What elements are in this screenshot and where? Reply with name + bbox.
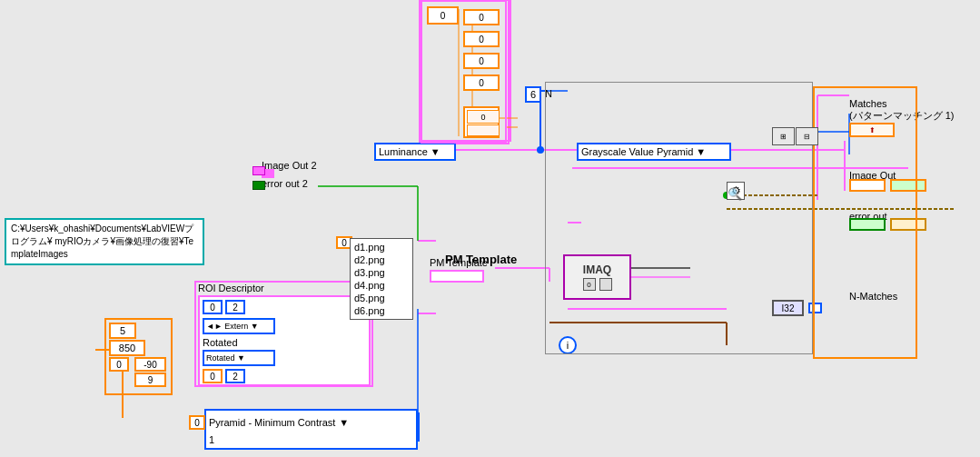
n-value-box: 6 [525,86,541,103]
img-box-0a: 0 [427,6,459,25]
image-out-2-label: Image Out 2 [262,160,317,171]
error-out-2-label: error out 2 [262,178,308,189]
svg-point-22 [537,146,544,154]
roi-num-0b[interactable]: 0 [203,369,223,383]
file-d1: d1.png [354,241,409,253]
top-image-stack: 0 0 0 0 0 0 [421,0,507,144]
file-path-text: C:¥Users¥k_ohashi¥Documents¥LabVIEWプログラム… [11,224,193,259]
roi-num-2a[interactable]: 2 [225,300,245,314]
rotated-label: Rotated [203,337,238,348]
pyramid-dropdown[interactable]: Pyramid - Minimum Contrast ▼ [209,412,413,432]
main-panel-border [545,82,813,354]
rotated-dropdown[interactable]: Rotated ▼ [203,350,275,366]
img-box-row2: 0 [463,31,500,47]
img-box-row3: 0 [463,53,500,69]
file-d2: d2.png [354,253,409,266]
pyramid-zero-indicator: 0 [189,415,205,430]
pyramid-dropdown-arrow: ▼ [339,417,349,428]
roi-num-2b[interactable]: 2 [225,369,245,383]
file-list-box: d1.png d2.png d3.png d4.png d5.png d6.pn… [350,238,413,320]
search-icon: 🔍 [727,185,743,202]
luminance-dropdown[interactable]: Luminance ▼ [374,143,456,161]
pm-template-connector [430,270,484,283]
pyramid-value: 1 [209,434,413,445]
file-d3: d3.png [354,266,409,279]
error-out-2-connector [252,181,265,190]
file-path-box: C:¥Users¥k_ohashi¥Documents¥LabVIEWプログラム… [5,218,204,265]
pyramid-dropdown-box: Pyramid - Minimum Contrast ▼ 1 [204,409,418,450]
left-controls-box [104,318,173,395]
file-d5: d5.png [354,292,409,304]
pyramid-dropdown-label: Pyramid - Minimum Contrast [209,417,335,428]
extern-dropdown[interactable]: ◄► Extern ▼ [203,318,275,334]
template-label: PM Template [445,253,517,266]
roi-num-0a[interactable]: 0 [203,300,223,314]
img-box-nested: 0 [463,106,500,138]
luminance-label: Luminance ▼ [379,146,441,157]
connector-small-2: ⊟ [796,127,818,145]
file-d6: d6.png [354,304,409,317]
connector-small-1: ⊞ [772,127,795,145]
roi-descriptor-label: ROI Descriptor [198,283,264,293]
file-d4: d4.png [354,279,409,292]
right-panel-border [813,86,917,359]
img-box-row1: 0 [463,9,500,25]
img-box-row4: 0 [463,75,500,91]
image-out-2-connector [252,166,265,175]
roi-descriptor-box: 0 2 ◄► Extern ▼ Rotated Rotated ▼ 0 2 [198,295,371,386]
